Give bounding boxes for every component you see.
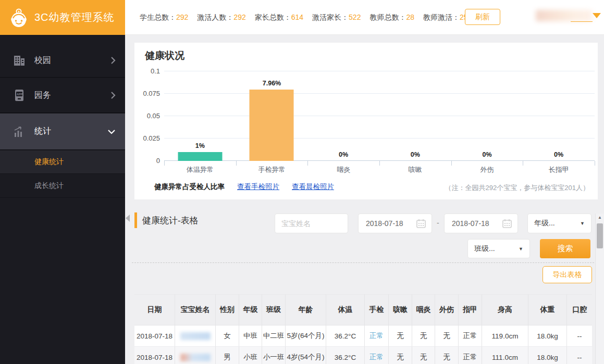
bar-slot: 0%	[307, 71, 379, 161]
stat-label: 学生总数：	[140, 13, 176, 21]
hand-check-status-link[interactable]: 正常	[365, 325, 389, 347]
topbar: 学生总数：292激活人数：292家长总数：614激活家长：522教师总数：28教…	[125, 0, 604, 35]
table-cell: 2018-07-18	[134, 325, 175, 347]
table-header-cell: 性别	[216, 294, 239, 325]
x-category-label: 长指甲	[523, 165, 595, 174]
topbar-stat: 激活人数：292	[197, 13, 245, 22]
table-cell: 小一班	[262, 347, 286, 364]
bar-chart-icon	[13, 125, 26, 139]
stat-value: 292	[176, 13, 188, 21]
date-range-separator: -	[437, 219, 439, 227]
date-from-input[interactable]: 2018-07-18	[358, 214, 432, 233]
sidebar-item-statistics[interactable]: 统计	[0, 114, 125, 150]
stat-label: 激活家长：	[312, 13, 349, 21]
table-header-cell: 手检	[365, 294, 389, 325]
date-from-value: 2018-07-18	[366, 219, 403, 228]
y-tick-label: 0	[136, 157, 160, 165]
scrollbar-up-arrow-icon[interactable]: ▲	[596, 215, 604, 220]
bar-value-label: 1%	[164, 142, 236, 149]
view-hand-check-photos-link[interactable]: 查看手检照片	[237, 182, 279, 192]
date-to-value: 2018-07-18	[452, 219, 489, 228]
table-header-row: 日期宝宝姓名性别年级班级年龄体温手检咳嗽咽炎外伤指甲身高体重口腔	[134, 294, 592, 325]
table-cell: 36.2°C	[326, 325, 365, 347]
sidebar-item-affairs[interactable]: APP 园务	[0, 78, 125, 113]
stat-label: 激活人数：	[197, 13, 233, 21]
grade-select[interactable]: 年级... ▼	[527, 214, 591, 233]
refresh-button[interactable]: 刷新	[465, 9, 500, 25]
topbar-stat: 激活家长：522	[312, 13, 361, 22]
baby-name-redacted	[180, 354, 211, 361]
x-category-label: 体温异常	[164, 165, 236, 174]
x-category-label: 咳嗽	[379, 165, 451, 174]
bar-value-label: 0%	[307, 151, 379, 158]
search-button[interactable]: 搜索	[540, 239, 590, 258]
class-select[interactable]: 班级... ▼	[467, 239, 530, 258]
view-morning-check-photos-link[interactable]: 查看晨检照片	[292, 182, 334, 192]
y-tick-label: 0.075	[136, 90, 160, 97]
sidebar-subitem-label: 成长统计	[34, 181, 64, 191]
table-cell: 2018-07-18	[134, 347, 175, 364]
table-cell: 无	[389, 347, 412, 364]
table-header-cell: 咳嗽	[389, 294, 412, 325]
table-cell: 小班	[239, 347, 262, 364]
topbar-stat: 学生总数：292	[140, 13, 188, 22]
vertical-scrollbar[interactable]: ▲	[595, 214, 604, 364]
stat-value: 28	[406, 13, 414, 21]
topbar-stat: 教师总数：28	[369, 13, 414, 22]
bar-slot: 1%	[164, 71, 236, 161]
user-name-redacted[interactable]	[536, 10, 592, 21]
table-header-cell: 年级	[239, 294, 262, 325]
table-header-cell: 年龄	[286, 294, 326, 325]
stat-label: 教师总数：	[369, 13, 406, 21]
stat-value: 522	[349, 13, 361, 21]
stat-value: 614	[291, 13, 303, 21]
table-header-cell: 班级	[262, 294, 286, 325]
page: 3C幼教管理系统 校园 APP 园务	[0, 0, 604, 364]
bar-体温异常	[178, 152, 222, 161]
table-header-cell: 日期	[134, 294, 175, 325]
table-cell: 119.0cm	[482, 325, 528, 347]
chart-legend: 健康异常占受检人比率 查看手检照片 查看晨检照片	[154, 182, 334, 192]
table-cell: 18.0kg	[528, 347, 567, 364]
svg-text:APP: APP	[17, 93, 23, 96]
chart-note: （注：全园共292个宝宝，参与体检宝宝201人）	[445, 183, 589, 193]
health-table: 日期宝宝姓名性别年级班级年龄体温手检咳嗽咽炎外伤指甲身高体重口腔2018-07-…	[134, 294, 592, 364]
table-cell: 无	[389, 325, 412, 347]
table-row: 2018-07-18男小班小一班4岁(54个月)36.2°C正常无无无正常111…	[134, 347, 592, 364]
stat-label: 教师激活：	[423, 13, 460, 21]
x-category-label: 咽炎	[307, 165, 379, 174]
sidebar-subitem-growth-stats[interactable]: 成长统计	[0, 174, 125, 198]
sidebar-item-campus[interactable]: 校园	[0, 44, 125, 78]
y-tick-label: 0.1	[136, 67, 160, 75]
chevron-down-icon	[107, 129, 116, 134]
table-cell: --	[567, 347, 592, 364]
sidebar: 3C幼教管理系统 校园 APP 园务	[0, 0, 125, 364]
sidebar-item-label: 校园	[34, 55, 51, 66]
building-icon	[13, 54, 26, 67]
bar-chart: 体温异常1%手检异常7.96%咽炎0%咳嗽0%外伤0%长指甲0% 00.0250…	[134, 43, 598, 178]
scrollbar-thumb[interactable]	[597, 223, 603, 248]
bar-slot: 0%	[451, 71, 523, 161]
table-cell: 无	[412, 347, 435, 364]
hand-check-status-link[interactable]: 正常	[365, 347, 389, 364]
table-cell: 36.2°C	[326, 347, 365, 364]
table-row: 2018-07-18女中班中二班5岁(64个月)36.2°C正常无无无正常119…	[134, 325, 592, 347]
export-table-button[interactable]: 导出表格	[543, 266, 592, 283]
stat-value: 292	[233, 13, 245, 21]
x-category-label: 手检异常	[236, 165, 308, 174]
sidebar-collapse-toggle-icon[interactable]	[126, 215, 130, 222]
table-cell	[175, 325, 216, 347]
date-to-input[interactable]: 2018-07-18	[444, 214, 518, 233]
table-cell: 18.0kg	[528, 325, 567, 347]
baby-name-input[interactable]	[275, 214, 348, 233]
app-title: 3C幼教管理系统	[34, 10, 115, 24]
legend-label: 健康异常占受检人比率	[154, 182, 225, 192]
table-cell: --	[567, 325, 592, 347]
table-header-cell: 体温	[326, 294, 365, 325]
bar-value-label: 0%	[379, 151, 451, 158]
chart-plot-area: 体温异常1%手检异常7.96%咽炎0%咳嗽0%外伤0%长指甲0%	[164, 71, 595, 161]
table-cell: 正常	[459, 325, 482, 347]
sidebar-subitem-health-stats[interactable]: 健康统计	[0, 150, 125, 174]
user-dropdown-caret-icon[interactable]	[593, 13, 601, 18]
table-cell: 男	[216, 347, 239, 364]
